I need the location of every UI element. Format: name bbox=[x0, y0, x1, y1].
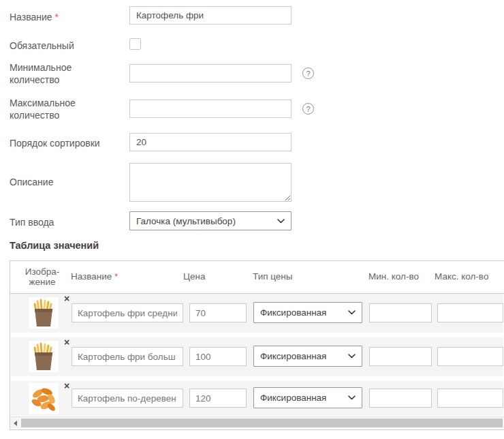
delete-row-button[interactable]: × bbox=[62, 338, 72, 348]
delete-row-button[interactable]: × bbox=[62, 382, 72, 391]
sort-order-label: Порядок сортировки bbox=[10, 137, 100, 149]
row-name-input[interactable] bbox=[72, 347, 183, 366]
row-max-qty-input[interactable] bbox=[437, 347, 503, 366]
values-table-title: Таблица значений bbox=[10, 240, 99, 251]
fries-image bbox=[29, 297, 59, 329]
name-field-label: Название * bbox=[10, 11, 59, 23]
row-name-input[interactable] bbox=[72, 303, 183, 322]
row-price-input[interactable] bbox=[189, 303, 247, 322]
input-type-select[interactable]: Галочка (мультивыбор) bbox=[129, 211, 292, 230]
column-header-name-text: Название bbox=[71, 271, 112, 282]
row-max-qty-input[interactable] bbox=[437, 389, 503, 408]
price-type-selected-value: Фиксированная bbox=[260, 351, 326, 361]
price-type-select[interactable]: Фиксированная bbox=[253, 387, 362, 408]
description-label: Описание bbox=[10, 176, 53, 188]
required-checkbox[interactable] bbox=[129, 38, 141, 50]
price-type-select[interactable]: Фиксированная bbox=[253, 302, 362, 323]
chevron-down-icon bbox=[348, 395, 356, 400]
row-max-qty-input[interactable] bbox=[437, 303, 503, 322]
values-table: Изобра-жение Название * Цена Тип цены Ми… bbox=[10, 260, 504, 430]
input-type-selected-value: Галочка (мультивыбор) bbox=[136, 216, 236, 226]
row-price-input[interactable] bbox=[189, 389, 247, 408]
column-header-image: Изобра-жение bbox=[16, 267, 69, 287]
fries-image bbox=[29, 341, 59, 372]
chevron-down-icon bbox=[348, 354, 356, 359]
table-row: × Фиксированная bbox=[11, 337, 503, 376]
column-header-max-qty: Макс. кол-во bbox=[435, 271, 488, 282]
column-header-name: Название * bbox=[71, 271, 118, 282]
name-label-text: Название bbox=[10, 12, 52, 22]
price-type-select[interactable]: Фиксированная bbox=[253, 346, 362, 367]
horizontal-scrollbar[interactable] bbox=[10, 417, 504, 428]
max-qty-input[interactable] bbox=[129, 100, 292, 118]
row-min-qty-input[interactable] bbox=[369, 347, 432, 366]
arrow-left-icon bbox=[14, 421, 17, 426]
min-qty-input[interactable] bbox=[129, 64, 292, 82]
max-qty-label: Максимальное количество bbox=[10, 97, 98, 121]
sort-order-input[interactable] bbox=[129, 133, 292, 151]
delete-row-button[interactable]: × bbox=[62, 294, 72, 304]
row-min-qty-input[interactable] bbox=[369, 389, 432, 408]
table-row: × Фиксированная bbox=[11, 381, 503, 416]
column-header-price-type: Тип цены bbox=[253, 271, 293, 282]
row-min-qty-input[interactable] bbox=[369, 303, 432, 322]
required-asterisk: * bbox=[114, 271, 118, 282]
input-type-label: Тип ввода bbox=[10, 216, 54, 228]
min-qty-label: Минимальное количество bbox=[10, 61, 98, 86]
help-icon[interactable]: ? bbox=[302, 103, 314, 115]
table-row: × Фиксированная bbox=[11, 294, 503, 333]
row-name-input[interactable] bbox=[72, 389, 183, 408]
required-checkbox-label: Обязательный bbox=[10, 40, 74, 52]
potato-wedges-image bbox=[29, 383, 59, 414]
name-input[interactable] bbox=[129, 6, 292, 25]
scrollbar-thumb[interactable] bbox=[21, 419, 503, 427]
row-price-input[interactable] bbox=[189, 347, 247, 366]
price-type-selected-value: Фиксированная bbox=[260, 307, 326, 318]
column-header-min-qty: Мин. кол-во bbox=[368, 271, 419, 282]
chevron-down-icon bbox=[277, 219, 285, 224]
price-type-selected-value: Фиксированная bbox=[260, 393, 326, 403]
column-header-price: Цена bbox=[183, 271, 205, 282]
required-asterisk: * bbox=[54, 12, 58, 22]
chevron-down-icon bbox=[348, 310, 356, 315]
scroll-left-button[interactable] bbox=[10, 417, 20, 429]
attribute-edit-form: Название * Обязательный Минимальное коли… bbox=[0, 0, 504, 439]
help-icon[interactable]: ? bbox=[302, 67, 314, 79]
description-textarea[interactable] bbox=[129, 163, 292, 202]
